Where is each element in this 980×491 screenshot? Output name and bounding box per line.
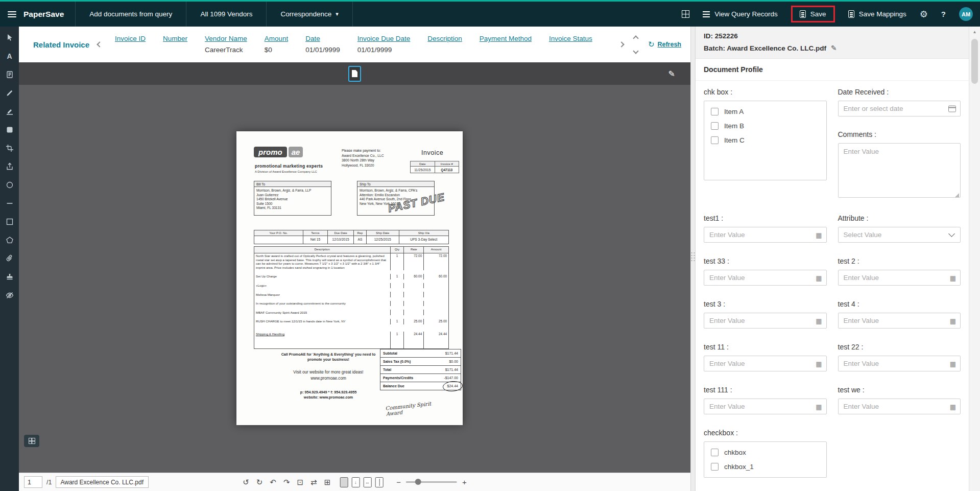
keypad-icon[interactable]: ▦	[950, 360, 956, 367]
keypad-icon[interactable]: ▦	[950, 317, 956, 324]
column-link[interactable]: Vendor Name	[205, 35, 247, 42]
annotate-pencil-icon[interactable]: ✎	[668, 69, 675, 79]
date-received-input[interactable]	[838, 101, 961, 116]
crop-icon[interactable]	[3, 142, 16, 155]
checkbox-chkbox-1[interactable]: chkbox_1	[711, 463, 820, 471]
scrollbar-up-arrow[interactable]: ▲	[969, 27, 980, 37]
page-thumbnail-chip[interactable]	[348, 66, 361, 82]
rotate-left-icon[interactable]: ↶	[270, 478, 276, 486]
test1-input[interactable]	[704, 227, 827, 243]
scroll-columns-right-icon[interactable]	[618, 41, 624, 47]
keypad-icon[interactable]: ▦	[816, 317, 822, 324]
checkbox-chkbox[interactable]: chkbox	[711, 449, 820, 456]
paperclip-icon[interactable]	[3, 252, 16, 265]
polygon-shape-icon[interactable]	[3, 233, 16, 247]
column-link[interactable]: Number	[163, 35, 187, 42]
square-shape-icon[interactable]	[3, 215, 16, 228]
file-name-box[interactable]: Award Excellence Co. LLC.pdf	[56, 476, 149, 488]
highlighter-icon[interactable]	[3, 105, 16, 118]
column-link[interactable]: Invoice Status	[549, 35, 592, 42]
note-icon[interactable]	[3, 68, 16, 81]
facing-pages-icon[interactable]	[375, 477, 383, 487]
panel-splitter[interactable]	[690, 27, 696, 491]
avatar[interactable]: AM	[959, 7, 973, 21]
fit-width-icon[interactable]: ↔	[363, 477, 371, 487]
fit-screen-icon[interactable]: ⊡	[297, 478, 304, 486]
test22-input[interactable]	[838, 356, 961, 371]
checkbox-item-b[interactable]: Item B	[711, 122, 820, 130]
panel-scrollbar[interactable]: ▲	[969, 27, 980, 491]
stamp-icon[interactable]	[3, 270, 16, 284]
help-icon[interactable]: ?	[941, 10, 946, 18]
keypad-icon[interactable]: ▦	[816, 274, 822, 281]
test11-input[interactable]	[704, 356, 827, 371]
page-number-input[interactable]	[24, 476, 42, 488]
fit-page-icon[interactable]: ↓	[351, 477, 360, 487]
edit-batch-pencil-icon[interactable]: ✎	[831, 44, 837, 52]
view-query-records-button[interactable]: View Query Records	[703, 10, 778, 18]
thumbnail-panel-toggle[interactable]	[24, 435, 39, 447]
column-value: 01/01/9999	[357, 46, 411, 54]
redo-icon[interactable]: ↻	[256, 478, 263, 486]
keypad-icon[interactable]: ▦	[950, 274, 956, 281]
tile-view-icon[interactable]: ⊞	[324, 478, 331, 486]
test2-input[interactable]	[838, 270, 961, 286]
zoom-in-icon[interactable]: +	[462, 478, 467, 486]
test3-input[interactable]	[704, 313, 827, 329]
chk-box-group: Item A Item B Item C	[704, 101, 827, 180]
rotate-right-icon[interactable]: ↷	[283, 478, 290, 486]
swap-pages-icon[interactable]: ⇄	[310, 478, 317, 486]
select-cursor-icon[interactable]	[3, 31, 16, 44]
column-link[interactable]: Payment Method	[480, 35, 532, 42]
undo-icon[interactable]: ↺	[243, 478, 249, 486]
document-profile-panel: ID: 252226 Batch: Award Excellence Co. L…	[696, 27, 969, 491]
scrollbar-thumb[interactable]	[971, 39, 978, 84]
checkbox-item-a[interactable]: Item A	[711, 108, 820, 115]
save-button[interactable]: Save	[791, 6, 835, 22]
single-page-icon[interactable]	[340, 477, 348, 487]
keypad-icon[interactable]: ▦	[816, 231, 822, 238]
tab-correspondence[interactable]: Correspondence▾	[267, 2, 352, 27]
export-arrow-icon[interactable]	[3, 160, 16, 173]
field-label: checkbox :	[704, 429, 827, 437]
comments-textarea[interactable]	[838, 143, 961, 198]
save-mappings-button[interactable]: Save Mappings	[848, 10, 906, 18]
column-link[interactable]: Invoice Due Date	[357, 35, 411, 42]
menu-icon[interactable]	[0, 2, 23, 27]
batch-name: Batch: Award Excellence Co. LLC.pdf ✎	[704, 44, 961, 52]
testwe-input[interactable]	[838, 399, 961, 414]
line-shape-icon[interactable]	[3, 197, 16, 210]
checkbox-item-c[interactable]: Item C	[711, 136, 820, 144]
column-link[interactable]: Description	[427, 35, 462, 42]
collapse-left-icon[interactable]	[97, 41, 102, 47]
keypad-icon[interactable]: ▦	[950, 403, 956, 410]
refresh-button[interactable]: ↻ Refresh	[648, 40, 681, 49]
tab-all-1099-vendors[interactable]: All 1099 Vendors	[186, 2, 266, 27]
zoom-slider[interactable]	[406, 481, 457, 483]
column-link[interactable]: Date	[305, 35, 340, 42]
keypad-icon[interactable]: ▦	[816, 403, 822, 410]
invoice-meta-table: Date11/25/2015 Invoice #Q47113	[410, 161, 459, 173]
test4-input[interactable]	[838, 313, 961, 329]
grid-view-button[interactable]	[682, 10, 689, 18]
column-link[interactable]: Invoice ID	[115, 35, 146, 42]
hide-annotations-icon[interactable]	[3, 289, 16, 302]
zoom-out-icon[interactable]: −	[396, 478, 401, 486]
gear-icon[interactable]: ⚙	[920, 9, 928, 20]
chevron-up-icon[interactable]	[633, 35, 638, 41]
attribute-select[interactable]: Select Value	[838, 227, 961, 243]
pen-icon[interactable]	[3, 86, 16, 100]
text-tool-icon[interactable]: A	[3, 50, 16, 63]
calendar-icon[interactable]	[948, 105, 956, 112]
filled-rectangle-icon[interactable]	[3, 123, 16, 136]
test111-input[interactable]	[704, 399, 827, 414]
splitter-handle[interactable]	[691, 252, 695, 261]
chevron-down-icon[interactable]	[633, 48, 638, 54]
test33-input[interactable]	[704, 270, 827, 286]
po-value: UPS 3-Day Select	[399, 236, 448, 244]
tab-add-documents-from-query[interactable]: Add documents from query	[76, 2, 186, 27]
circle-shape-icon[interactable]	[3, 178, 16, 192]
keypad-icon[interactable]: ▦	[816, 360, 822, 367]
zoom-slider-knob[interactable]	[415, 479, 421, 485]
column-link[interactable]: Amount	[265, 35, 289, 42]
